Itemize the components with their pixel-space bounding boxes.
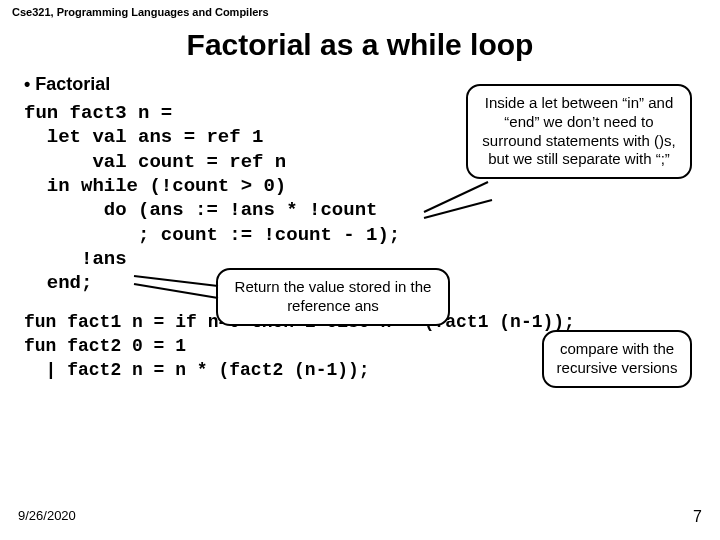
footer: 9/26/2020 7: [18, 508, 702, 526]
footer-date: 9/26/2020: [18, 508, 76, 526]
callout-return-value: Return the value stored in the reference…: [216, 268, 450, 326]
slide-title: Factorial as a while loop: [0, 28, 720, 62]
callout-inside-let: Inside a let between “in” and “end” we d…: [466, 84, 692, 179]
course-header: Cse321, Programming Languages and Compil…: [0, 0, 720, 24]
bullet-text: Factorial: [35, 74, 110, 94]
callout-compare: compare with the recursive versions: [542, 330, 692, 388]
bullet-marker: •: [24, 74, 35, 94]
page-number: 7: [693, 508, 702, 526]
